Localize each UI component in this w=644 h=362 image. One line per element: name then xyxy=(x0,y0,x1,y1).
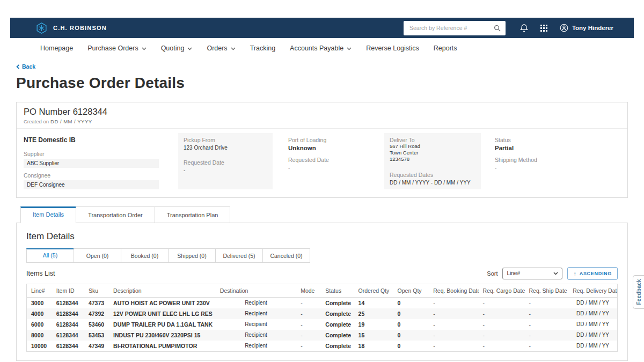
nav-item-quoting[interactable]: Quoting xyxy=(161,45,193,52)
chevron-down-icon xyxy=(231,47,236,50)
table-cell: - xyxy=(296,330,321,341)
search-icon[interactable] xyxy=(494,25,501,32)
filter-tab-booked-0[interactable]: Booked (0) xyxy=(121,248,169,263)
main-nav: HomepagePurchase OrdersQuotingOrdersTrac… xyxy=(0,38,644,58)
filter-tab-canceled-0[interactable]: Canceled (0) xyxy=(262,248,310,263)
po-summary-card: PO Number 6128344 Created onDD / MM / YY… xyxy=(16,102,628,198)
items-table: Line#Item IDSkuDescriptionDestinationMod… xyxy=(26,284,618,352)
table-cell: AUTO HOIST AC POWER UNIT 230V xyxy=(109,297,216,308)
po-created-on: Created onDD / MM / YYYY xyxy=(24,119,620,124)
port-of-loading-column: Port of Loading Unknown Requested Date - xyxy=(281,133,376,189)
chr-logo-icon[interactable] xyxy=(35,22,48,34)
port-requested-date-value: - xyxy=(288,165,369,171)
feedback-tab[interactable]: Feedback xyxy=(633,275,644,309)
table-cell: 0 xyxy=(393,330,429,341)
table-row: 8000612834453453INDUST PU 230/460V 2320P… xyxy=(27,330,618,341)
apps-grid-icon[interactable] xyxy=(540,25,547,32)
nav-item-label: Tracking xyxy=(250,45,275,52)
table-cell: - xyxy=(429,319,478,330)
table-cell: - xyxy=(479,330,525,341)
table-cell: DD / MM / YY xyxy=(568,308,617,319)
po-card-header: PO Number 6128344 Created onDD / MM / YY… xyxy=(17,102,627,129)
supplier-label: Supplier xyxy=(24,151,178,157)
deliver-to-line: Town Center xyxy=(390,150,475,156)
table-cell: - xyxy=(479,297,525,308)
pickup-requested-date-label: Requested Date xyxy=(184,159,267,166)
shipping-method-label: Shipping Method xyxy=(495,157,620,163)
column-header-req-ship-date: Req. Ship Date xyxy=(525,284,569,297)
arrow-up-icon: ↑ xyxy=(573,270,576,277)
supplier-value: ABC Supplier xyxy=(24,159,159,168)
nav-item-label: Quoting xyxy=(161,45,185,52)
back-link[interactable]: Back xyxy=(16,63,35,70)
notifications-bell-icon[interactable] xyxy=(520,24,528,32)
search-box[interactable] xyxy=(404,21,506,35)
po-card-body: NTE Domestic IB Supplier ABC Supplier Co… xyxy=(17,129,627,197)
table-cell: - xyxy=(525,341,569,352)
column-header-line: Line# xyxy=(27,284,52,297)
table-cell: 6128344 xyxy=(52,319,84,330)
table-cell: - xyxy=(296,319,321,330)
details-tab-area: Item DetailsTransportation OrderTranspor… xyxy=(16,206,628,361)
nav-item-reports[interactable]: Reports xyxy=(434,45,457,52)
nav-item-accounts-payable[interactable]: Accounts Payable xyxy=(290,45,352,52)
table-cell: 0 xyxy=(393,308,429,319)
nav-item-label: Reverse Logistics xyxy=(366,45,419,52)
table-cell: - xyxy=(429,330,478,341)
column-header-status: Status xyxy=(321,284,354,297)
sort-select[interactable]: Line# xyxy=(502,268,562,279)
table-cell: 53453 xyxy=(84,330,109,341)
tab-transportation-order[interactable]: Transportation Order xyxy=(76,206,155,223)
table-cell: Complete xyxy=(321,341,354,352)
table-cell: 18 xyxy=(354,341,393,352)
port-of-loading-label: Port of Loading xyxy=(288,137,369,143)
status-label: Status xyxy=(495,137,620,143)
nav-item-tracking[interactable]: Tracking xyxy=(250,45,275,52)
table-cell: - xyxy=(525,308,569,319)
po-number: PO Number 6128344 xyxy=(24,107,620,117)
nav-item-purchase-orders[interactable]: Purchase Orders xyxy=(87,45,146,52)
table-cell: 8000 xyxy=(27,330,52,341)
requested-dates-label: Requested Dates xyxy=(390,172,475,178)
tab-item-details[interactable]: Item Details xyxy=(20,206,76,223)
filter-tab-open-0[interactable]: Open (0) xyxy=(74,248,121,263)
column-header-req-booking-date: Req. Booking Date xyxy=(429,284,478,297)
user-menu[interactable]: Tony Hinderer xyxy=(560,24,613,32)
filter-tab-shipped-0[interactable]: Shipped (0) xyxy=(168,248,216,263)
consignee-label: Consignee xyxy=(24,172,178,179)
search-input[interactable] xyxy=(408,24,494,32)
nav-item-reverse-logistics[interactable]: Reverse Logistics xyxy=(366,45,419,52)
nav-item-orders[interactable]: Orders xyxy=(207,45,235,52)
table-cell: - xyxy=(525,297,569,308)
chevron-down-icon xyxy=(142,47,147,50)
table-cell: DD / MM / YY xyxy=(568,341,617,352)
port-requested-date-label: Requested Date xyxy=(288,157,369,163)
table-header-row: Line#Item IDSkuDescriptionDestinationMod… xyxy=(27,284,618,297)
table-cell: DD / MM / YY xyxy=(568,330,617,341)
sort-direction-button[interactable]: ↑ ASCENDING xyxy=(567,267,618,280)
column-header-item-id: Item ID xyxy=(52,284,84,297)
page-title: Purchase Order Details xyxy=(16,75,628,92)
filter-tab-all-5[interactable]: All (5) xyxy=(26,248,74,263)
port-of-loading-value: Unknown xyxy=(288,145,369,151)
table-cell: - xyxy=(429,341,478,352)
table-cell: 6128344 xyxy=(52,308,84,319)
table-row: 6000612834453460DUMP TRAILER PU DA 1.1GA… xyxy=(27,319,618,330)
filter-tab-delivered-5[interactable]: Delivered (5) xyxy=(215,248,263,263)
table-cell: DD / MM / YY xyxy=(568,319,617,330)
feedback-label: Feedback xyxy=(636,279,642,305)
chevron-down-icon xyxy=(187,47,192,50)
status-column: Status Partial Shipping Method - xyxy=(481,133,620,189)
nav-item-homepage[interactable]: Homepage xyxy=(40,45,73,52)
table-cell: Complete xyxy=(321,308,354,319)
nav-item-label: Accounts Payable xyxy=(290,45,343,52)
created-value: DD / MM / YYYY xyxy=(50,119,92,124)
shipping-method-value: - xyxy=(495,165,620,171)
sort-direction-label: ASCENDING xyxy=(580,271,612,276)
table-cell: 12V POWER UNIT ELEC LHL LG RES xyxy=(109,308,216,319)
item-details-panel: Item Details All (5)Open (0)Booked (0)Sh… xyxy=(16,223,628,361)
tab-transportation-plan[interactable]: Transportation Plan xyxy=(155,206,231,223)
table-cell: - xyxy=(525,319,569,330)
table-cell: Complete xyxy=(321,297,354,308)
table-row: 3000612834447373AUTO HOIST AC POWER UNIT… xyxy=(27,297,618,308)
